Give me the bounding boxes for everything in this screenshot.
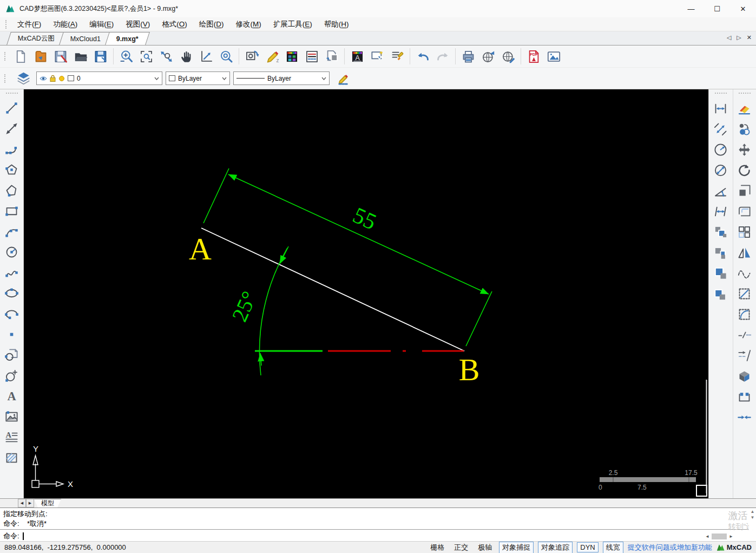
open-folder-button[interactable] xyxy=(71,47,90,66)
menu-item-format[interactable]: 格式(O) xyxy=(156,18,193,31)
hatch-button[interactable] xyxy=(2,449,22,467)
insert-block-button[interactable] xyxy=(2,346,22,364)
toggle-polar[interactable]: 极轴 xyxy=(475,542,495,553)
chamfer-button[interactable] xyxy=(734,285,754,302)
menu-item-help[interactable]: 帮助(H) xyxy=(318,18,355,31)
scroll-left-icon[interactable]: ◄ xyxy=(705,534,709,539)
quick-select-button[interactable] xyxy=(367,47,387,66)
toggle-grid[interactable]: 栅格 xyxy=(428,542,447,553)
ellipse-arc-button[interactable] xyxy=(2,305,22,323)
redo-button[interactable] xyxy=(433,47,452,66)
tab-scroll-left-icon[interactable]: ◁ xyxy=(727,34,731,41)
pan-button[interactable] xyxy=(176,47,196,66)
linetype-manager-button[interactable] xyxy=(302,47,321,66)
toggle-osnap[interactable]: 对象捕捉 xyxy=(499,542,534,553)
color-select[interactable]: ByLayer xyxy=(166,71,230,85)
page-copy-button[interactable] xyxy=(322,47,341,66)
close-button[interactable]: ✕ xyxy=(730,0,756,17)
image-export-button[interactable] xyxy=(544,47,563,66)
toolbar-drag-handle[interactable] xyxy=(739,93,751,95)
layer-manager-button[interactable] xyxy=(14,69,33,88)
tab-mxcloud1[interactable]: MxCloud1 xyxy=(59,32,112,45)
scroll-down-icon[interactable]: ▼ xyxy=(751,515,755,520)
mtext-button[interactable]: A xyxy=(2,428,22,446)
copy-variant-3-button[interactable] xyxy=(711,265,731,282)
layout-prev-button[interactable]: ◀ xyxy=(18,499,26,508)
polygon-2-button[interactable] xyxy=(2,181,22,199)
rectangle-button[interactable] xyxy=(2,202,22,220)
save-button[interactable] xyxy=(51,47,70,66)
scroll-right-icon[interactable]: ► xyxy=(729,534,733,539)
offset-button[interactable] xyxy=(734,203,754,220)
tab-scroll-right-icon[interactable]: ▷ xyxy=(737,34,741,41)
maximize-button[interactable]: ☐ xyxy=(704,0,730,17)
dim-extension-line-b[interactable] xyxy=(466,291,492,346)
open-cloud-file-button[interactable] xyxy=(31,47,50,66)
create-block-button[interactable] xyxy=(2,367,22,385)
scrollbar-thumb[interactable] xyxy=(712,534,727,539)
box-3d-button[interactable] xyxy=(734,368,754,385)
move-button[interactable] xyxy=(734,141,754,158)
zoom-in-out-button[interactable] xyxy=(116,47,136,66)
new-file-button[interactable] xyxy=(11,47,30,66)
menu-item-file[interactable]: 文件(F) xyxy=(11,18,47,31)
linetype-select[interactable]: ByLayer xyxy=(233,71,330,85)
menu-item-modify[interactable]: 修改(M) xyxy=(230,18,267,31)
construction-line-button[interactable] xyxy=(2,120,22,138)
zoom-window-button[interactable] xyxy=(136,47,156,66)
toggle-dyn[interactable]: DYN xyxy=(577,542,598,552)
web-publish-button[interactable] xyxy=(478,47,498,66)
feedback-link[interactable]: 提交软件问题或增加新功能 xyxy=(628,543,712,552)
toolbar-drag-handle[interactable] xyxy=(6,93,18,95)
dimension-text-55[interactable]: 55 xyxy=(349,203,380,235)
pdf-export-button[interactable]: PDF xyxy=(524,47,543,66)
copy-button[interactable] xyxy=(734,121,754,138)
break-button[interactable] xyxy=(734,327,754,343)
erase-button[interactable] xyxy=(734,100,754,117)
chevron-down-icon[interactable] xyxy=(220,73,228,84)
copy-variant-1-button[interactable] xyxy=(711,224,731,240)
dim-extension-line-a[interactable] xyxy=(203,168,229,223)
text-button[interactable]: A xyxy=(2,387,22,405)
tab-9mxg-active[interactable]: 9.mxg* xyxy=(105,32,150,45)
toolbar-drag-handle[interactable] xyxy=(4,74,7,83)
menu-item-view[interactable]: 视图(V) xyxy=(120,18,156,31)
lineweight-button[interactable] xyxy=(333,69,352,88)
point-label-a[interactable]: A xyxy=(189,231,212,266)
rotate-button[interactable] xyxy=(734,162,754,179)
copy-variant-2-button[interactable] xyxy=(711,244,731,261)
toolbar-drag-handle[interactable] xyxy=(715,93,727,95)
arc-button[interactable] xyxy=(2,223,22,240)
spline-button[interactable] xyxy=(2,264,22,282)
tab-close-icon[interactable]: ✕ xyxy=(747,34,752,41)
line-button[interactable] xyxy=(2,99,22,117)
mirror-button[interactable] xyxy=(734,244,754,261)
dim-radius-button[interactable] xyxy=(711,141,731,158)
web-upload-button[interactable] xyxy=(498,47,518,66)
sketch-settings-button[interactable]: z xyxy=(262,47,281,66)
lengthen-button[interactable] xyxy=(734,347,754,364)
array-button[interactable] xyxy=(734,224,754,240)
angular-dimension-arc[interactable] xyxy=(259,248,287,375)
dim-aligned-button[interactable] xyxy=(711,121,731,138)
toggle-otrack[interactable]: 对象追踪 xyxy=(538,542,573,553)
polyline-button[interactable] xyxy=(2,140,22,158)
zoom-center-button[interactable] xyxy=(216,47,236,66)
point-button[interactable] xyxy=(2,326,22,343)
tab-mxcad-cloud[interactable]: MxCAD云图 xyxy=(6,32,66,45)
color-palette-button[interactable] xyxy=(282,47,301,66)
ellipse-button[interactable] xyxy=(2,284,22,302)
minimize-button[interactable]: — xyxy=(678,0,704,17)
toggle-ortho[interactable]: 正交 xyxy=(451,542,471,553)
save-as-button[interactable] xyxy=(91,47,110,66)
polygon-button[interactable] xyxy=(2,161,22,179)
zoom-extents-button[interactable] xyxy=(156,47,176,66)
menu-item-express-tools[interactable]: 扩展工具(E) xyxy=(267,18,318,31)
layout-next-button[interactable]: ▶ xyxy=(26,499,34,508)
dim-linear-button[interactable] xyxy=(711,100,731,117)
undo-button[interactable] xyxy=(413,47,432,66)
menu-item-draw[interactable]: 绘图(D) xyxy=(193,18,230,31)
dim-angular-button[interactable] xyxy=(711,183,731,199)
dim-diameter-button[interactable] xyxy=(711,162,731,179)
menubar-drag-handle[interactable] xyxy=(5,20,8,29)
